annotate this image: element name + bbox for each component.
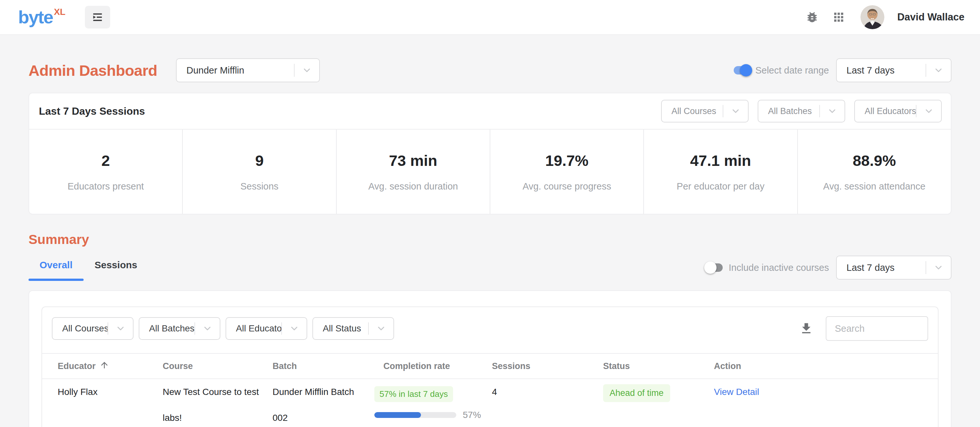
logo-text: byte — [18, 8, 53, 26]
sidebar-toggle-button[interactable] — [85, 6, 110, 29]
table-educators-filter-value: All Educators — [226, 323, 281, 334]
completion-badge: 57% in last 7 days — [374, 386, 453, 402]
table-courses-filter-value: All Courses — [52, 323, 108, 334]
table-header-row: Educator Course Batch Completion rate Se… — [42, 353, 938, 379]
view-detail-link[interactable]: View Detail — [714, 379, 759, 405]
progress-bar-fill — [374, 412, 421, 418]
tab-overall[interactable]: Overall — [29, 254, 84, 281]
table-status-filter-value: All Status — [313, 323, 368, 334]
completion-progress: 57% — [374, 410, 492, 420]
educators-filter-select[interactable]: All Educators — [854, 100, 942, 122]
batch-cell: Dunder Mifflin Batch 002 — [272, 379, 374, 427]
summary-date-range-value: Last 7 days — [837, 262, 926, 273]
table-toolbar: All Courses All Batches All Educators — [42, 307, 938, 353]
summary-table-panel: All Courses All Batches All Educators — [41, 306, 939, 427]
completion-rate-cell: 57% in last 7 days 57% — [374, 379, 492, 427]
sessions-cell: 4 — [492, 379, 603, 427]
include-inactive-courses-toggle[interactable] — [704, 261, 725, 274]
column-header-educator[interactable]: Educator — [58, 360, 163, 372]
column-header-sessions[interactable]: Sessions — [492, 361, 603, 371]
stat-label: Avg. session attendance — [823, 181, 925, 192]
column-header-completion-rate[interactable]: Completion rate — [374, 361, 492, 371]
chevron-down-icon — [108, 323, 133, 334]
stat-value: 88.9% — [853, 152, 896, 170]
include-inactive-courses-label: Include inactive courses — [729, 262, 829, 273]
column-header-batch[interactable]: Batch — [272, 361, 374, 371]
download-button[interactable] — [799, 321, 813, 336]
status-badge: Ahead of time — [603, 384, 670, 402]
stat-label: Sessions — [240, 181, 279, 192]
table-filters: All Courses All Batches All Educators — [52, 317, 394, 340]
select-date-range-label: Select date range — [756, 65, 829, 76]
bug-report-button[interactable] — [805, 10, 819, 24]
summary-tabs: Overall Sessions — [29, 254, 148, 281]
user-avatar[interactable] — [861, 5, 885, 29]
date-range-select[interactable]: Last 7 days — [836, 58, 951, 82]
download-icon — [799, 321, 813, 336]
summary-controls-row: Overall Sessions Include inactive course… — [29, 254, 951, 281]
stat-value: 73 min — [389, 152, 437, 170]
chevron-down-icon — [926, 262, 951, 273]
stat-label: Per educator per day — [677, 181, 765, 192]
app-logo[interactable]: byte XL — [18, 8, 65, 26]
table-row: Holly Flax New Test Course to test labs!… — [42, 379, 938, 427]
chevron-down-icon — [916, 106, 941, 116]
table-batches-filter-select[interactable]: All Batches — [139, 317, 220, 340]
apps-launcher-button[interactable] — [832, 10, 845, 24]
course-cell: New Test Course to test labs! — [163, 379, 272, 427]
sessions-card-header: Last 7 Days Sessions All Courses All Bat… — [29, 93, 951, 130]
user-name[interactable]: David Wallace — [897, 11, 964, 23]
tab-sessions[interactable]: Sessions — [84, 254, 148, 281]
stat-avg-session-duration: 73 min Avg. session duration — [336, 130, 490, 214]
summary-title: Summary — [29, 232, 951, 247]
column-header-label: Educator — [58, 361, 95, 371]
indent-menu-icon — [91, 11, 104, 24]
date-range-select-value: Last 7 days — [837, 65, 926, 76]
educators-filter-value: All Educators — [855, 106, 916, 116]
select-date-range-toggle[interactable] — [731, 64, 752, 77]
educator-cell: Holly Flax — [58, 379, 163, 427]
status-cell: Ahead of time — [603, 379, 714, 427]
chevron-down-icon — [926, 65, 951, 76]
chevron-down-icon — [369, 323, 393, 334]
sessions-card-filters: All Courses All Batches All Educators — [661, 100, 942, 122]
stat-value: 19.7% — [546, 152, 589, 170]
chevron-down-icon — [195, 323, 220, 334]
table-educators-filter-select[interactable]: All Educators — [226, 317, 307, 340]
stat-label: Avg. course progress — [522, 181, 611, 192]
stats-row: 2 Educators present 9 Sessions 73 min Av… — [29, 130, 951, 214]
title-row: Admin Dashboard Dunder Mifflin Select da… — [29, 58, 951, 82]
title-row-controls: Select date range Last 7 days — [731, 58, 951, 82]
table-batches-filter-value: All Batches — [139, 323, 194, 334]
table-courses-filter-select[interactable]: All Courses — [52, 317, 134, 340]
organization-select-value: Dunder Mifflin — [177, 65, 294, 76]
stat-sessions: 9 Sessions — [182, 130, 336, 214]
column-header-action[interactable]: Action — [714, 361, 938, 371]
column-header-status[interactable]: Status — [603, 361, 714, 371]
organization-select[interactable]: Dunder Mifflin — [176, 58, 320, 82]
summary-table-card: All Courses All Batches All Educators — [29, 290, 951, 427]
courses-filter-select[interactable]: All Courses — [661, 100, 749, 122]
bug-icon — [805, 10, 819, 24]
search-input[interactable] — [826, 316, 928, 341]
dashboard-main: Admin Dashboard Dunder Mifflin Select da… — [0, 35, 980, 427]
toggle-knob — [740, 64, 752, 76]
batches-filter-value: All Batches — [758, 106, 819, 116]
summary-date-range-select[interactable]: Last 7 days — [836, 256, 951, 279]
top-bar: byte XL — [0, 0, 980, 35]
stat-value: 2 — [102, 152, 110, 170]
stat-per-educator-per-day: 47.1 min Per educator per day — [643, 130, 797, 214]
table-status-filter-select[interactable]: All Status — [312, 317, 394, 340]
sessions-card-title: Last 7 Days Sessions — [39, 105, 145, 117]
last-7-days-sessions-card: Last 7 Days Sessions All Courses All Bat… — [29, 93, 951, 214]
chevron-down-icon — [723, 106, 748, 116]
column-header-course[interactable]: Course — [163, 361, 272, 371]
top-bar-actions: David Wallace — [805, 5, 964, 29]
sort-ascending-icon[interactable] — [95, 360, 109, 372]
stat-label: Avg. session duration — [368, 181, 458, 192]
chevron-down-icon — [282, 323, 307, 334]
batches-filter-select[interactable]: All Batches — [758, 100, 845, 122]
stat-value: 9 — [255, 152, 264, 170]
courses-filter-value: All Courses — [662, 106, 723, 116]
action-cell: View Detail — [714, 379, 938, 427]
